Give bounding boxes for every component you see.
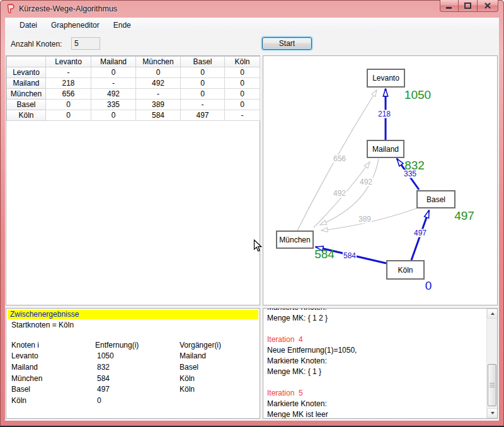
matrix-cell[interactable]: 0 [225,100,260,110]
log-line: Markierte Knoten: [267,356,483,367]
log-line: Markierte Knoten: [267,308,483,313]
results-entfernung-mailand: 832 [97,363,110,372]
matrix-row-header-basel: Basel [7,100,46,110]
menu-item-ende[interactable]: Ende [106,18,138,32]
minimize-button[interactable] [440,0,459,12]
matrix-row-mailand: Mailand218-49200 [7,78,260,89]
matrix-cell[interactable]: - [181,100,225,110]
start-button[interactable]: Start [262,37,312,50]
graph-node-levanto[interactable]: Levanto [367,69,405,88]
matrix-cell[interactable]: 0 [46,110,91,121]
title-bar[interactable]: Kürzeste-Wege-Algorithmus [0,0,504,18]
log-line: Neue Entfernung(1)=1050, [267,345,483,356]
matrix-cell[interactable]: 492 [136,78,181,89]
results-knoten-levanto: Levanto [11,351,38,360]
matrix-col-header-levanto: Levanto [46,57,91,67]
results-vorgaenger-basel: Köln [180,385,195,394]
edge-weight-munchen-levanto: 656 [333,155,346,163]
menu-item-datei[interactable]: Datei [13,18,44,32]
maximize-button[interactable] [459,0,478,12]
results-knoten-koln: Köln [11,396,26,405]
matrix-cell[interactable]: 0 [181,78,225,89]
edge-weight-mailand-levanto: 218 [377,110,391,118]
graph-node-munchen[interactable]: München [276,231,314,249]
scrollbar-thumb[interactable] [488,364,496,406]
matrix-cell[interactable]: 0 [181,67,225,78]
matrix-cell[interactable]: 218 [46,78,91,89]
results-header: Zwischenergebnisse [8,310,258,319]
node-distance-label: 1050 [404,88,431,102]
graph-canvas: 656492492389218335497584LevantoMailandBa… [263,55,498,305]
menu-item-grapheneditor[interactable]: Grapheneditor [44,18,106,32]
results-knoten-munchen: München [11,374,42,383]
matrix-cell[interactable]: 0 [181,89,225,100]
menu-bar: DateiGrapheneditorEnde [5,18,499,33]
results-vorgaenger-munchen: Köln [180,374,195,383]
graph-node-basel[interactable]: Basel [416,190,455,208]
matrix-cell[interactable]: 0 [91,67,136,78]
scroll-up-button[interactable] [487,309,498,319]
log-line [267,324,483,334]
edge-weight-koln-munchen: 584 [343,252,357,260]
anzahl-knoten-label: Anzahl Knoten: [11,40,62,48]
matrix-cell[interactable]: 0 [225,89,260,100]
matrix-cell[interactable]: 656 [46,89,91,100]
matrix-cell[interactable]: 335 [91,100,136,110]
matrix-corner-cell [7,57,46,67]
log-line: Menge MK: { 1 } [267,367,483,377]
results-knoten-basel: Basel [11,385,30,394]
node-distance-label: 497 [454,209,474,223]
edge-weight-munchen-mailand: 492 [333,190,346,198]
results-entfernung-munchen: 584 [97,374,110,383]
minimize-icon [446,3,452,9]
matrix-cell[interactable]: 0 [46,100,91,110]
edge-weight-basel-munchen: 389 [358,215,372,224]
results-col-knoten: Knoten i [11,341,39,350]
distance-matrix: LevantoMailandMünchenBaselKölnLevanto-00… [6,56,260,121]
log-line: Menge MK: { 1 2 } [267,313,483,324]
log-line: Markierte Knoten: [267,399,483,409]
window-controls [440,0,498,14]
results-vorgaenger-mailand: Basel [180,363,198,372]
matrix-cell[interactable]: 584 [136,110,181,121]
matrix-col-header-mailand: Mailand [91,57,136,67]
matrix-row-header-mailand: Mailand [7,78,46,89]
matrix-cell[interactable]: - [46,67,91,78]
start-node-line: Startknoten = Köln [11,321,74,329]
node-distance-label: 832 [404,159,425,173]
log-iteration-header: Iteration 4 [267,334,483,345]
log-scrollbar[interactable] [486,309,497,418]
matrix-row-levanto: Levanto-0000 [7,67,260,78]
matrix-row-header-koln: Köln [7,110,46,121]
matrix-cell[interactable]: - [91,78,136,89]
matrix-cell[interactable]: 389 [136,100,181,110]
window-title: Kürzeste-Wege-Algorithmus [19,0,117,18]
results-entfernung-levanto: 1050 [97,351,114,360]
results-knoten-mailand: Mailand [11,363,38,372]
matrix-cell[interactable]: - [136,89,181,100]
close-button[interactable] [478,0,498,12]
edge-weight-mailand-munchen: 492 [359,178,373,186]
scroll-down-button[interactable] [487,408,498,418]
log-iteration-header: Iteration 5 [267,388,483,399]
anzahl-knoten-input[interactable] [71,37,100,50]
matrix-cell[interactable]: 0 [91,110,136,121]
log-line: Menge MK ist leer [267,409,483,419]
iteration-log: Markierte Knoten:Menge MK: { 1 2 } Itera… [267,308,483,419]
distance-matrix-panel: LevantoMailandMünchenBaselKölnLevanto-00… [6,55,260,305]
results-vorgaenger-levanto: Mailand [180,351,206,360]
matrix-row-munchen: München656492-00 [7,89,260,100]
iteration-log-panel: Markierte Knoten:Menge MK: { 1 2 } Itera… [263,308,498,419]
matrix-cell[interactable]: 0 [136,67,181,78]
graph-node-mailand[interactable]: Mailand [367,140,404,158]
close-icon [484,3,491,9]
matrix-cell[interactable]: 0 [225,78,260,89]
matrix-row-basel: Basel0335389-0 [7,100,260,110]
results-entfernung-basel: 497 [97,385,110,394]
matrix-cell[interactable]: 0 [225,67,260,78]
matrix-cell[interactable]: - [225,110,260,121]
edge-weight-koln-basel: 497 [413,229,427,237]
graph-node-koln[interactable]: Köln [386,260,425,280]
matrix-cell[interactable]: 492 [91,89,136,100]
matrix-cell[interactable]: 497 [181,110,225,121]
